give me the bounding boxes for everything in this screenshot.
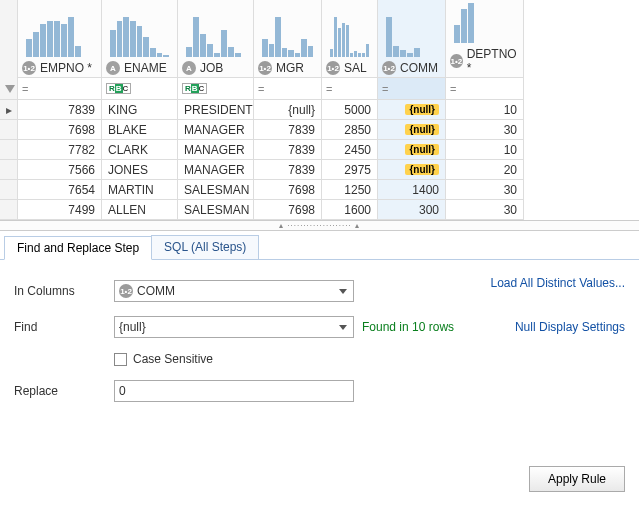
table-row[interactable]: 7566JONESMANAGER78392975{null}20	[0, 160, 639, 180]
cell-empno[interactable]: 7654	[18, 180, 102, 200]
data-grid: 1•2EMPNO *AENAMEAJOB1•2MGR1•2SAL1•2COMM1…	[0, 0, 639, 231]
histogram-deptno	[450, 1, 519, 43]
filter-cell-mgr[interactable]: =	[254, 78, 322, 100]
cell-comm[interactable]: 300	[378, 200, 446, 220]
cell-empno[interactable]: 7566	[18, 160, 102, 180]
table-row[interactable]: 7654MARTINSALESMAN76981250140030	[0, 180, 639, 200]
number-type-icon: 1•2	[450, 54, 463, 68]
tab-sql-all-steps[interactable]: SQL (All Steps)	[151, 235, 259, 259]
cell-ename[interactable]: ALLEN	[102, 200, 178, 220]
cell-deptno[interactable]: 30	[446, 120, 524, 140]
column-header-comm[interactable]: 1•2COMM	[378, 0, 446, 78]
column-header-deptno[interactable]: 1•2DEPTNO *	[446, 0, 524, 78]
cell-deptno[interactable]: 20	[446, 160, 524, 180]
cell-sal[interactable]: 2450	[322, 140, 378, 160]
number-type-icon: 1•2	[326, 61, 340, 75]
cell-deptno[interactable]: 10	[446, 100, 524, 120]
table-row[interactable]: 7499ALLENSALESMAN7698160030030	[0, 200, 639, 220]
filter-cell-deptno[interactable]: =	[446, 78, 524, 100]
cell-comm[interactable]: {null}	[378, 120, 446, 140]
column-header-mgr[interactable]: 1•2MGR	[254, 0, 322, 78]
cell-job[interactable]: MANAGER	[178, 140, 254, 160]
cell-mgr[interactable]: 7839	[254, 160, 322, 180]
cell-comm[interactable]: {null}	[378, 140, 446, 160]
row-handle[interactable]	[0, 140, 18, 160]
cell-ename[interactable]: CLARK	[102, 140, 178, 160]
find-input[interactable]: {null}	[114, 316, 354, 338]
cell-ename[interactable]: JONES	[102, 160, 178, 180]
cell-empno[interactable]: 7782	[18, 140, 102, 160]
cell-deptno[interactable]: 10	[446, 140, 524, 160]
row-handle[interactable]	[0, 200, 18, 220]
select-all-handle[interactable]	[0, 0, 18, 78]
cell-job[interactable]: PRESIDENT	[178, 100, 254, 120]
cell-mgr[interactable]: 7698	[254, 200, 322, 220]
filter-cell-ename[interactable]: RBC	[102, 78, 178, 100]
cell-sal[interactable]: 5000	[322, 100, 378, 120]
table-row[interactable]: 7698BLAKEMANAGER78392850{null}30	[0, 120, 639, 140]
filter-cell-empno[interactable]: =	[18, 78, 102, 100]
cell-mgr[interactable]: 7698	[254, 180, 322, 200]
cell-deptno[interactable]: 30	[446, 180, 524, 200]
filter-funnel-icon[interactable]	[0, 78, 18, 100]
apply-rule-button[interactable]: Apply Rule	[529, 466, 625, 492]
filter-cell-sal[interactable]: =	[322, 78, 378, 100]
null-badge: {null}	[405, 124, 439, 135]
row-handle[interactable]	[0, 120, 18, 140]
cell-sal[interactable]: 1250	[322, 180, 378, 200]
filter-cell-job[interactable]: RBC	[178, 78, 254, 100]
cell-comm[interactable]: {null}	[378, 100, 446, 120]
histogram-mgr	[258, 13, 317, 57]
cell-empno[interactable]: 7499	[18, 200, 102, 220]
cell-mgr[interactable]: 7839	[254, 140, 322, 160]
replace-input[interactable]: 0	[114, 380, 354, 402]
grid-splitter-handle[interactable]: ▴ ···················· ▴	[0, 220, 639, 230]
chevron-down-icon	[339, 289, 347, 294]
in-columns-select[interactable]: 1•2 COMM	[114, 280, 354, 302]
case-sensitive-checkbox[interactable]	[114, 353, 127, 366]
cell-job[interactable]: SALESMAN	[178, 180, 254, 200]
cell-mgr[interactable]: {null}	[254, 100, 322, 120]
column-label: SAL	[344, 61, 367, 75]
column-header-sal[interactable]: 1•2SAL	[322, 0, 378, 78]
column-header-empno[interactable]: 1•2EMPNO *	[18, 0, 102, 78]
cell-sal[interactable]: 1600	[322, 200, 378, 220]
row-handle[interactable]	[0, 180, 18, 200]
cell-job[interactable]: MANAGER	[178, 120, 254, 140]
number-type-icon: 1•2	[22, 61, 36, 75]
row-handle[interactable]: ▸	[0, 100, 18, 120]
cell-deptno[interactable]: 30	[446, 200, 524, 220]
cell-sal[interactable]: 2975	[322, 160, 378, 180]
null-display-settings-link[interactable]: Null Display Settings	[490, 320, 625, 334]
cell-sal[interactable]: 2850	[322, 120, 378, 140]
row-handle[interactable]	[0, 160, 18, 180]
number-type-icon: 1•2	[382, 61, 396, 75]
cell-job[interactable]: MANAGER	[178, 160, 254, 180]
cell-comm[interactable]: 1400	[378, 180, 446, 200]
cell-empno[interactable]: 7839	[18, 100, 102, 120]
cell-empno[interactable]: 7698	[18, 120, 102, 140]
histogram-job	[182, 13, 249, 57]
cell-job[interactable]: SALESMAN	[178, 200, 254, 220]
find-value: {null}	[119, 320, 146, 334]
column-label: EMPNO *	[40, 61, 92, 75]
column-header-ename[interactable]: AENAME	[102, 0, 178, 78]
cell-ename[interactable]: KING	[102, 100, 178, 120]
cell-ename[interactable]: BLAKE	[102, 120, 178, 140]
table-row[interactable]: 7782CLARKMANAGER78392450{null}10	[0, 140, 639, 160]
column-label: ENAME	[124, 61, 167, 75]
tab-find-replace[interactable]: Find and Replace Step	[4, 236, 152, 260]
cell-ename[interactable]: MARTIN	[102, 180, 178, 200]
load-distinct-values-link[interactable]: Load All Distinct Values...	[490, 276, 625, 290]
column-header-row: 1•2EMPNO *AENAMEAJOB1•2MGR1•2SAL1•2COMM1…	[0, 0, 639, 78]
histogram-empno	[22, 13, 97, 57]
replace-value: 0	[119, 384, 126, 398]
filter-cell-comm[interactable]: =	[378, 78, 446, 100]
filter-row: =RBCRBC====	[0, 78, 639, 100]
in-columns-value: COMM	[137, 284, 175, 298]
cell-comm[interactable]: {null}	[378, 160, 446, 180]
column-header-job[interactable]: AJOB	[178, 0, 254, 78]
number-type-icon: 1•2	[258, 61, 272, 75]
table-row[interactable]: ▸7839KINGPRESIDENT{null}5000{null}10	[0, 100, 639, 120]
cell-mgr[interactable]: 7839	[254, 120, 322, 140]
